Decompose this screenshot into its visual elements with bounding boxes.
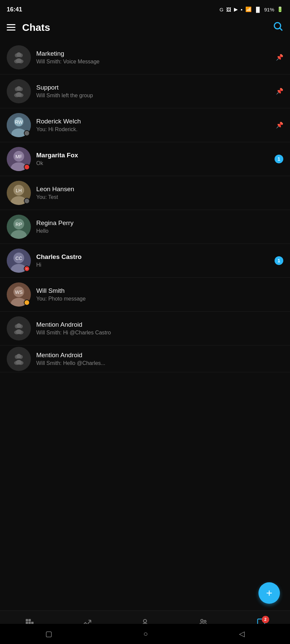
avatar-wrapper: RW xyxy=(7,113,31,137)
svg-text:RW: RW xyxy=(15,119,23,125)
svg-text:CC: CC xyxy=(15,256,22,261)
chat-name: Roderick Welch xyxy=(36,118,273,125)
svg-rect-51 xyxy=(26,619,28,622)
group-avatar xyxy=(7,79,31,103)
svg-line-1 xyxy=(280,28,282,30)
pin-icon: 📌 xyxy=(276,121,283,129)
status-time: 16:41 xyxy=(7,6,22,13)
svg-point-44 xyxy=(16,329,22,334)
svg-text:MF: MF xyxy=(15,154,22,159)
chat-item-roderick[interactable]: RW Roderick Welch You: Hi Roderick. 📌 xyxy=(0,108,290,142)
group-avatar xyxy=(7,45,31,69)
search-button[interactable] xyxy=(273,21,283,34)
chat-meta: 📌 xyxy=(276,54,283,61)
chat-meta: 1 xyxy=(275,155,283,163)
chat-name: Marketing xyxy=(36,50,273,57)
status-icons: G 🖼 ▶ ● 📶 ▐▌ 91% 🔋 xyxy=(220,6,283,12)
recents-button[interactable]: ▢ xyxy=(45,630,52,638)
chat-preview: Will Smith left the group xyxy=(36,93,273,99)
chat-content: Support Will Smith left the group xyxy=(36,84,273,99)
avatar-wrapper: MF xyxy=(7,147,31,171)
wifi-icon: 📶 xyxy=(245,6,252,12)
chat-item-regina[interactable]: RP Regina Perry Hello xyxy=(0,210,290,244)
chat-item-willsmith[interactable]: WS Will Smith You: Photo message xyxy=(0,278,290,312)
svg-text:RP: RP xyxy=(15,222,22,227)
avatar-wrapper xyxy=(7,347,31,371)
group-avatar xyxy=(7,316,31,340)
svg-point-12 xyxy=(16,86,21,91)
chat-preview: Will Smith: Hello @Charles... xyxy=(36,360,280,366)
chat-preview: You: Hi Roderick. xyxy=(36,126,273,132)
chat-content: Regina Perry Hello xyxy=(36,219,280,234)
chat-content: Charles Castro Hi xyxy=(36,253,271,268)
pin-icon: 📌 xyxy=(276,54,283,61)
chat-meta: 📌 xyxy=(276,121,283,129)
svg-text:WS: WS xyxy=(15,289,23,295)
chat-preview: Ok xyxy=(36,160,271,166)
chat-name: Mention Android xyxy=(36,352,280,359)
chat-name: Regina Perry xyxy=(36,219,280,227)
chat-content: Leon Hansen You: Test xyxy=(36,185,280,200)
chats-badge: 2 xyxy=(262,616,269,623)
chat-preview: You: Test xyxy=(36,194,280,200)
play-icon: ▶ xyxy=(234,6,238,12)
chat-content: Roderick Welch You: Hi Roderick. xyxy=(36,118,273,132)
signal-icon: ▐▌ xyxy=(254,7,261,12)
home-button[interactable]: ○ xyxy=(143,630,148,638)
status-dot-gray xyxy=(24,198,30,204)
svg-point-63 xyxy=(204,621,206,623)
chat-item-marketing[interactable]: Marketing Will Smith: Voice Message 📌 xyxy=(0,41,290,74)
avatar-wrapper xyxy=(7,316,31,340)
chat-preview: Hi xyxy=(36,262,271,268)
chat-content: Mention Android Will Smith: Hi @Charles … xyxy=(36,321,280,336)
chat-name: Will Smith xyxy=(36,287,280,294)
chat-preview: Hello xyxy=(36,228,280,234)
avatar-wrapper xyxy=(7,79,31,103)
status-dot-minus: − xyxy=(24,266,30,272)
battery-text: 91% xyxy=(264,7,274,12)
battery-icon: 🔋 xyxy=(277,6,283,12)
chat-item-leon[interactable]: LH Leon Hansen You: Test xyxy=(0,176,290,210)
svg-point-61 xyxy=(143,620,146,623)
chat-content: Mention Android Will Smith: Hello @Charl… xyxy=(36,352,280,366)
svg-point-43 xyxy=(16,323,21,328)
unread-badge: 1 xyxy=(275,155,283,163)
unread-badge: 1 xyxy=(275,256,283,265)
status-dot-red xyxy=(24,164,30,170)
header-left: Chats xyxy=(7,22,50,33)
chat-name: Charles Castro xyxy=(36,253,271,261)
chat-meta: 📌 xyxy=(276,88,283,95)
group-avatar xyxy=(7,347,31,371)
new-chat-fab[interactable]: + xyxy=(258,582,280,604)
svg-text:LH: LH xyxy=(16,188,22,193)
plus-icon: + xyxy=(266,587,273,599)
chat-name: Support xyxy=(36,84,273,91)
page-title: Chats xyxy=(22,22,50,33)
pin-icon: 📌 xyxy=(276,88,283,95)
chat-item-mention1[interactable]: Mention Android Will Smith: Hi @Charles … xyxy=(0,312,290,345)
chat-preview: You: Photo message xyxy=(36,296,280,302)
chat-item-margarita[interactable]: MF Margarita Fox Ok 1 xyxy=(0,142,290,176)
back-button[interactable]: ◁ xyxy=(239,630,245,638)
svg-point-6 xyxy=(16,52,21,57)
chat-content: Will Smith You: Photo message xyxy=(36,287,280,302)
chat-item-charles[interactable]: CC − Charles Castro Hi 1 xyxy=(0,244,290,278)
svg-point-13 xyxy=(16,92,22,97)
svg-rect-52 xyxy=(29,619,31,622)
chat-item-mention2[interactable]: Mention Android Will Smith: Hello @Charl… xyxy=(0,345,290,372)
avatar: RP xyxy=(7,215,31,239)
status-dot-gray xyxy=(24,130,30,136)
status-dot-yellow xyxy=(24,300,30,306)
g-icon: G xyxy=(220,7,224,12)
svg-point-49 xyxy=(16,354,21,359)
chat-item-support[interactable]: Support Will Smith left the group 📌 xyxy=(0,74,290,108)
svg-point-62 xyxy=(201,620,203,622)
image-icon: 🖼 xyxy=(226,7,231,12)
svg-point-7 xyxy=(16,58,22,63)
chat-meta: 1 xyxy=(275,256,283,265)
hamburger-menu-button[interactable] xyxy=(7,24,15,31)
chat-name: Leon Hansen xyxy=(36,185,280,193)
avatar-wrapper: CC − xyxy=(7,249,31,273)
chat-list: Marketing Will Smith: Voice Message 📌 Su… xyxy=(0,41,290,426)
avatar-wrapper: LH xyxy=(7,181,31,205)
